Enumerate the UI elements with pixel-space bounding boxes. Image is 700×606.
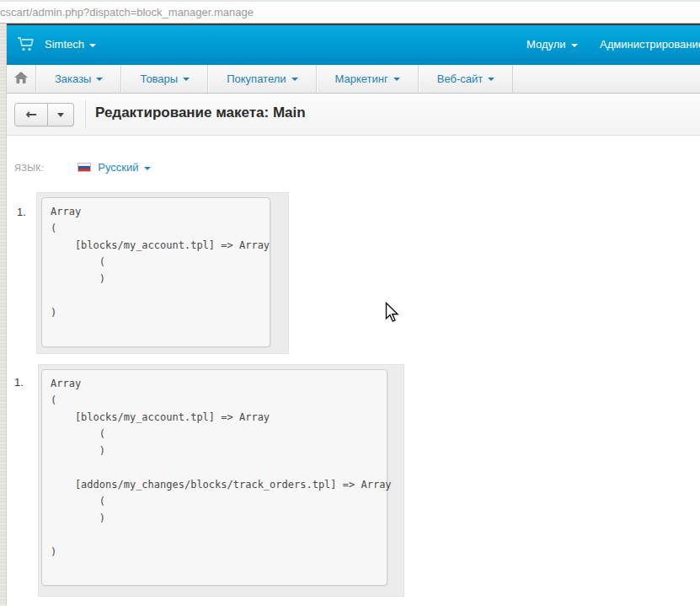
- page-title-bar: ← Редактирование макета: Main: [7, 94, 700, 136]
- language-row: ЯЗЫК: Русский: [14, 161, 151, 174]
- nav-item-customers[interactable]: Покупатели: [208, 65, 316, 93]
- nav-item-label: Маркетинг: [335, 72, 388, 85]
- administration-label: Администрирование: [600, 38, 700, 51]
- chevron-down-icon: [96, 78, 103, 81]
- administration-menu[interactable]: Администрирование: [600, 38, 700, 51]
- nav-item-label: Товары: [140, 72, 178, 85]
- admin-page: Simtech Модули Администрирование Заказы: [7, 24, 700, 606]
- chevron-down-icon: [571, 44, 578, 47]
- browser-address-bar[interactable]: cscart/admin.php?dispatch=block_manager.…: [0, 0, 700, 24]
- php-array-dump: Array ( [blocks/my_account.tpl] => Array…: [41, 197, 270, 347]
- dump-block-container: Array ( [blocks/my_account.tpl] => Array…: [36, 192, 289, 354]
- nav-home-button[interactable]: [7, 65, 36, 93]
- brand-label: Simtech: [45, 38, 84, 51]
- php-array-dump: Array ( [blocks/my_account.tpl] => Array…: [41, 369, 387, 586]
- language-selector[interactable]: Русский: [98, 161, 150, 174]
- back-button-group: ←: [14, 103, 74, 126]
- nav-item-website[interactable]: Веб-сайт: [419, 65, 513, 93]
- nav-item-marketing[interactable]: Маркетинг: [317, 65, 419, 93]
- chevron-down-icon: [183, 78, 190, 81]
- nav-item-label: Покупатели: [227, 72, 286, 85]
- nav-item-label: Веб-сайт: [437, 72, 483, 85]
- back-button[interactable]: ←: [14, 103, 48, 126]
- list-number: 1.: [14, 376, 24, 389]
- chevron-down-icon: [57, 113, 64, 117]
- language-label: ЯЗЫК:: [14, 163, 44, 173]
- desktop-edge-strip: [0, 24, 7, 606]
- chevron-down-icon: [291, 78, 298, 81]
- language-value: Русский: [98, 161, 138, 174]
- nav-item-products[interactable]: Товары: [121, 65, 208, 93]
- content-area: ЯЗЫК: Русский 1. Array ( [blocks/my_acco…: [7, 136, 700, 605]
- mouse-cursor-icon: [384, 302, 400, 327]
- chevron-down-icon: [488, 78, 494, 81]
- list-number: 1.: [17, 206, 26, 218]
- russian-flag-icon: [77, 163, 91, 172]
- nav-item-orders[interactable]: Заказы: [36, 65, 121, 93]
- brand-menu[interactable]: Simtech: [45, 38, 96, 51]
- back-arrow-icon: ←: [25, 108, 36, 121]
- cart-icon: [17, 36, 35, 56]
- modules-label: Модули: [526, 38, 566, 51]
- main-navbar: Заказы Товары Покупатели Маркетинг Веб-с…: [7, 65, 700, 94]
- chevron-down-icon: [144, 167, 151, 170]
- page-title: Редактирование макета: Main: [95, 105, 306, 121]
- chevron-down-icon: [393, 78, 400, 81]
- dump-block-container: Array ( [blocks/my_account.tpl] => Array…: [38, 364, 404, 597]
- back-dropdown-button[interactable]: [48, 103, 74, 126]
- divider: [85, 100, 86, 129]
- nav-item-label: Заказы: [55, 72, 91, 85]
- home-icon: [14, 72, 28, 86]
- top-admin-bar: Simtech Модули Администрирование: [7, 24, 700, 65]
- modules-menu[interactable]: Модули: [526, 38, 578, 51]
- page-shell: Simtech Модули Администрирование Заказы: [0, 24, 700, 606]
- chevron-down-icon: [89, 44, 96, 47]
